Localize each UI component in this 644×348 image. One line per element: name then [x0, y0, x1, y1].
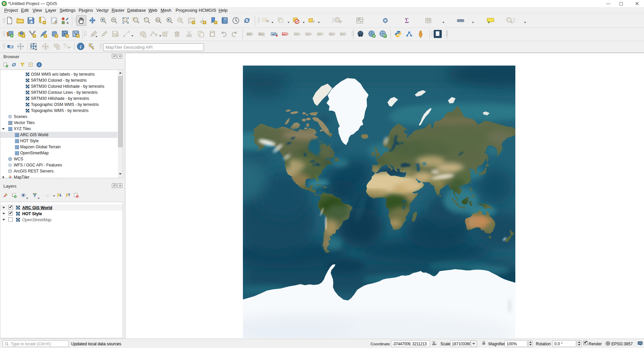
svg-text:✳: ✳ [33, 34, 36, 38]
svg-text:abc: abc [306, 33, 310, 36]
svg-text:abc: abc [259, 33, 263, 36]
svg-text:✳: ✳ [44, 34, 47, 38]
svg-text:✳: ✳ [203, 21, 206, 24]
svg-text:abc: abc [283, 33, 287, 36]
svg-text:✳: ✳ [143, 34, 146, 38]
svg-text:ab: ab [272, 33, 275, 36]
svg-text:i: i [337, 18, 338, 22]
svg-text:abc: abc [318, 33, 322, 36]
svg-text:✳: ✳ [66, 34, 69, 38]
svg-text:✳: ✳ [192, 21, 195, 24]
svg-text:i: i [39, 63, 40, 67]
svg-text:i: i [80, 44, 81, 49]
svg-text:✳: ✳ [43, 21, 46, 24]
svg-text:abc: abc [247, 33, 252, 36]
svg-text:1:1: 1:1 [156, 19, 159, 21]
svg-text:✳: ✳ [55, 34, 58, 38]
svg-text:✳: ✳ [57, 46, 59, 50]
svg-text:abc: abc [330, 33, 334, 36]
svg-text:abc: abc [295, 33, 299, 36]
svg-text:✳: ✳ [22, 34, 25, 38]
svg-text:a: a [67, 21, 69, 25]
svg-text:abc: abc [341, 33, 345, 36]
svg-text:✳: ✳ [77, 34, 79, 38]
svg-text:✳: ✳ [214, 21, 217, 24]
svg-text:Σ: Σ [405, 17, 409, 24]
